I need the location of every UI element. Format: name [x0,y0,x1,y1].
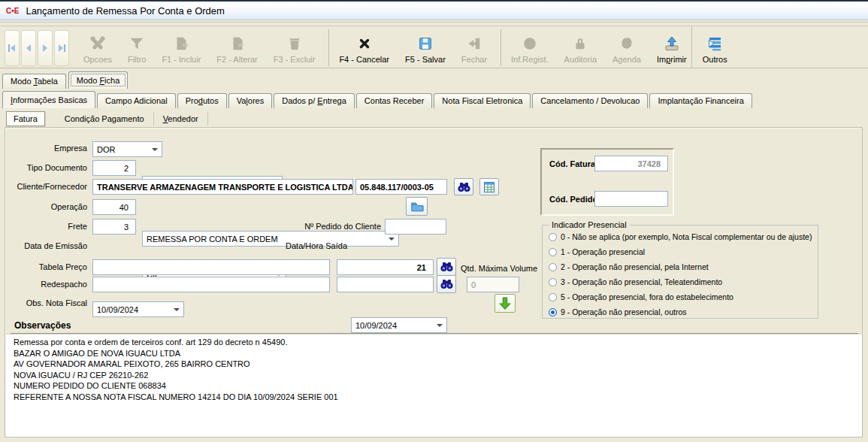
tipo-documento-code-input[interactable]: 2 [92,160,136,176]
tabela-preco-code-input[interactable]: 21 [337,259,434,275]
tab-nota-fiscal-eletronica[interactable]: Nota Fiscal Eletronica [434,93,531,108]
operacao-label: Operação [9,202,87,211]
imprimir-button[interactable]: Imprimir [655,28,689,68]
auditoria-button: Auditoria [562,28,599,68]
tab-campo-adicional[interactable]: Campo Adicional [97,93,176,108]
redespacho-label: Redespacho [9,280,87,289]
tabela-preco-input[interactable] [92,259,330,275]
fatura-page: Empresa DOR Tipo Documento 2 NOTA FISCAL… [5,127,863,437]
cod-fatura-label: Cód. Fatura [549,159,595,168]
tab-modo-tabela[interactable]: Modo Tabela [2,74,66,89]
opcoes-button: Opcoes [81,28,114,68]
tab-vendedor[interactable]: Vendedor [154,112,208,126]
exit-arrow-icon [466,34,482,53]
nav-next-button[interactable] [38,30,53,66]
printer-icon [663,34,681,53]
cliente-label: Cliente/Fornecedor [9,182,87,191]
observacoes-title: Observações [14,320,71,331]
agenda-icon [618,34,635,53]
redespacho-search-button[interactable] [437,275,456,293]
binoculars-icon [458,182,470,192]
obs-nota-apply-button[interactable] [494,294,516,313]
salvar-button[interactable]: F5 - Salvar [403,28,448,68]
redespacho-input[interactable] [92,277,330,292]
toolbar-edge [691,26,692,68]
tab-dados-entrega[interactable]: Dados p/ Entrega [274,93,355,108]
outros-button[interactable]: Outros [700,28,730,68]
spreadsheet-icon [483,181,495,193]
tab-implantacao-financeira[interactable]: Implantação Financeira [649,93,752,108]
document-edit-icon [229,34,246,53]
radio-icon [549,233,557,241]
qtd-maxima-label: Qtd. Máxima Volume [461,264,537,273]
radio-icon [549,248,557,256]
qtd-maxima-input[interactable]: 0 [467,277,519,292]
titlebar: C•E Lançamento de Remessa Por Conta e Or… [0,0,868,20]
data-emissao-label: Data de Emissão [9,241,87,250]
tab-condicao-pagamento[interactable]: Condição Pagamento [56,112,154,126]
app-window: C•E Lançamento de Remessa Por Conta e Or… [0,0,868,442]
obs-nota-label: Obs. Nota Fiscal [9,298,87,307]
radio-option-5[interactable]: 5 - Operação presencial, fora do estabel… [549,292,733,301]
operacao-code-input[interactable]: 40 [92,199,136,215]
cancelar-button[interactable]: F4 - Cancelar [337,28,392,68]
tab-cancelamento-devolucao[interactable]: Cancelamento / Devolucao [532,93,648,108]
frete-code-input[interactable]: 3 [92,219,136,235]
indicador-presencial-group: Indicador Presencial 0 - Não se aplica (… [542,225,818,319]
trash-icon [286,34,303,53]
radio-option-0[interactable]: 0 - Não se aplica (por exemplo, Nota Fis… [549,232,812,241]
tabela-preco-label: Tabela Preço [9,262,87,271]
tab-modo-ficha[interactable]: Modo Ficha [68,71,129,89]
tipo-documento-label: Tipo Documento [9,163,87,172]
cliente-grid-button[interactable] [479,178,499,195]
radio-option-1[interactable]: 1 - Operação presencial [549,247,645,256]
operacao-folder-button[interactable] [406,197,428,216]
cliente-cnpj-input[interactable]: 05.848.117/0003-05 [355,179,447,195]
nav-prev-button[interactable] [21,30,36,66]
inf-regist-button: Inf.Regist. [509,28,551,68]
toolbar-separator [501,29,501,66]
nav-last-button[interactable] [54,30,69,66]
radio-icon [549,278,557,286]
cliente-search-button[interactable] [454,178,473,195]
redespacho-code-input[interactable] [337,277,434,292]
toolbar: Opcoes Filtro F1 - Incluir F2 - Alterar [0,20,868,70]
tabela-preco-search-button[interactable] [437,258,456,276]
first-record-icon [8,44,17,53]
chevron-down-icon [437,324,443,327]
last-record-icon [57,44,66,53]
sub-tabs: Fatura Condição Pagamento Vendedor [6,110,208,127]
data-saida-select[interactable]: 10/09/2024 [351,317,447,333]
radio-option-2[interactable]: 2 - Operação não presencial, pela Intern… [549,262,709,271]
tab-contas-receber[interactable]: Contas Receber [356,93,433,108]
tab-informacoes-basicas[interactable]: Informações Basicas [2,91,95,108]
binoculars-icon [440,279,453,289]
excluir-button: F3 - Excluir [271,28,318,68]
agenda-button: Agenda [610,28,643,68]
empresa-select[interactable]: DOR [92,141,162,157]
tab-produtos[interactable]: Produtos [177,93,227,108]
app-logo-icon: C•E [6,7,19,15]
radio-option-9[interactable]: 9 - Operação não presencial, outros [549,307,687,316]
menu-list-icon [706,34,724,53]
data-saida-label: Data/Hora Saída [265,241,347,250]
cod-pedido-field[interactable] [594,191,668,207]
alterar-button: F2 - Alterar [214,28,259,68]
fechar-button: Fechar [459,28,489,68]
filtro-button: Filtro [126,28,148,68]
tab-valores[interactable]: Valores [228,93,273,108]
radio-icon [549,293,557,301]
radio-option-3[interactable]: 3 - Operação não presencial, Teleatendim… [549,277,722,286]
green-down-arrow-icon [499,297,511,310]
pedido-cliente-input[interactable] [385,219,446,235]
tab-fatura[interactable]: Fatura [6,111,45,126]
cod-pedido-label: Cód. Pedido [549,195,597,204]
pedido-cliente-label: Nº Pedido do Cliente [291,222,381,231]
observacoes-memo[interactable]: Remessa por conta e ordem de terceiros c… [6,334,862,437]
cliente-nome-input[interactable]: TRANSERVE ARMAZENAGEM TRANSPORTE E LOGIS… [92,179,353,195]
window-title: Lançamento de Remessa Por Conta e Ordem [26,5,224,17]
frete-label: Frete [9,222,87,231]
cancel-x-icon [358,34,371,53]
nav-first-button[interactable] [5,30,20,66]
data-emissao-select[interactable]: 10/09/2024 [92,301,184,317]
